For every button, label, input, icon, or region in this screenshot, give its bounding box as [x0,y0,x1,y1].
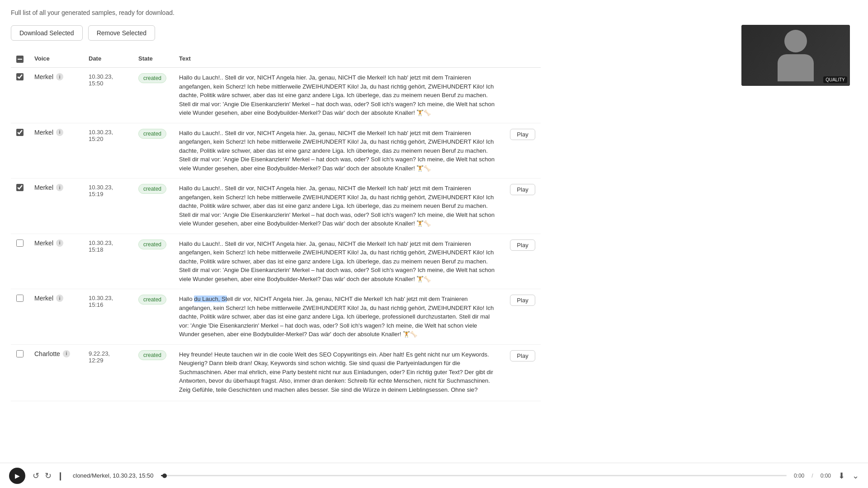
voice-label: Merkel i [34,295,78,302]
row-text: Hallo du Lauch!.. Stell dir vor, NICHT A… [179,239,499,284]
table-row: Merkel i 10.30.23,15:16createdHallo du L… [11,289,541,345]
play-button[interactable]: Play [510,295,535,306]
state-badge: created [138,184,166,194]
play-button[interactable]: Play [510,350,535,361]
video-inner: QUALITY [741,25,850,86]
page-container: Full list of all your generated samples,… [0,0,552,410]
actions-column-header [505,50,541,68]
voice-column-header: Voice [29,50,83,68]
voice-label: Merkel i [34,184,78,191]
row-checkbox-cell[interactable] [11,289,29,345]
row-actions-cell: Play [505,289,541,345]
voice-info-icon[interactable]: i [56,73,63,80]
row-text-cell: Hallo du Lauch!.. Stell dir vor, NICHT A… [174,178,505,234]
voice-name: Merkel [34,239,53,247]
voice-info-icon[interactable]: i [56,295,63,302]
row-text: Hallo du Lauch, Stell dir vor, NICHT Ang… [179,295,499,339]
remove-selected-button[interactable]: Remove Selected [88,25,156,41]
state-badge: created [138,129,166,139]
voice-label: Merkel i [34,239,78,247]
row-date: 10.30.23,15:50 [89,73,127,87]
table-row: Merkel i 10.30.23,15:50createdHallo du L… [11,68,541,123]
table-row: Merkel i 10.30.23,15:20createdHallo du L… [11,123,541,178]
row-voice-cell: Charlotte i [29,344,83,401]
voice-name: Merkel [34,184,53,191]
video-overlay: QUALITY [741,25,850,86]
toolbar: Download Selected Remove Selected [11,25,541,41]
row-checkbox[interactable] [16,73,24,80]
table-row: Merkel i 10.30.23,15:18createdHallo du L… [11,234,541,289]
select-all-header[interactable] [11,50,29,68]
row-date: 10.30.23,15:16 [89,295,127,308]
row-date: 10.30.23,15:20 [89,129,127,142]
state-column-header: State [133,50,174,68]
row-voice-cell: Merkel i [29,178,83,234]
row-actions-cell [505,68,541,123]
row-checkbox[interactable] [16,350,24,357]
voice-name: Merkel [34,295,53,302]
row-checkbox-cell[interactable] [11,68,29,123]
download-selected-button[interactable]: Download Selected [11,25,83,41]
row-date: 10.30.23,15:19 [89,184,127,197]
row-state-cell: created [133,68,174,123]
play-button[interactable]: Play [510,239,535,251]
indeterminate-checkbox[interactable] [16,56,24,63]
voice-name: Charlotte [34,350,60,357]
state-badge: created [138,239,166,249]
voice-info-icon[interactable]: i [56,184,63,191]
row-date-cell: 10.30.23,15:50 [83,68,133,123]
voice-label: Merkel i [34,129,78,136]
row-text-cell: Hallo du Lauch, Stell dir vor, NICHT Ang… [174,289,505,345]
row-text: Hallo du Lauch!.. Stell dir vor, NICHT A… [179,73,499,117]
row-state-cell: created [133,178,174,234]
play-button[interactable]: Play [510,184,535,195]
row-text: Hey freunde! Heute tauchen wir in die co… [179,350,499,395]
row-voice-cell: Merkel i [29,68,83,123]
row-voice-cell: Merkel i [29,123,83,178]
table-header-row: Voice Date State Text [11,50,541,68]
row-state-cell: created [133,344,174,401]
row-date: 9.22.23,12:29 [89,350,127,364]
row-checkbox-cell[interactable] [11,234,29,289]
row-voice-cell: Merkel i [29,289,83,345]
video-quality-badge: QUALITY [823,76,847,83]
row-date: 10.30.23,15:18 [89,239,127,253]
row-date-cell: 10.30.23,15:19 [83,178,133,234]
table-row: Merkel i 10.30.23,15:19createdHallo du L… [11,178,541,234]
row-actions-cell: Play [505,123,541,178]
row-text-cell: Hallo du Lauch!.. Stell dir vor, NICHT A… [174,123,505,178]
row-checkbox-cell[interactable] [11,178,29,234]
row-date-cell: 10.30.23,15:20 [83,123,133,178]
row-actions-cell: Play [505,178,541,234]
voice-name: Merkel [34,73,53,80]
row-text: Hallo du Lauch!.. Stell dir vor, NICHT A… [179,184,499,228]
row-state-cell: created [133,123,174,178]
date-column-header: Date [83,50,133,68]
row-voice-cell: Merkel i [29,234,83,289]
text-highlight: du Lauch, St [194,296,227,302]
state-badge: created [138,295,166,305]
row-date-cell: 10.30.23,15:16 [83,289,133,345]
voice-info-icon[interactable]: i [56,239,63,247]
voice-info-icon[interactable]: i [56,129,63,136]
row-date-cell: 9.22.23,12:29 [83,344,133,401]
row-date-cell: 10.30.23,15:18 [83,234,133,289]
voice-info-icon[interactable]: i [63,350,70,357]
voice-label: Merkel i [34,73,78,80]
play-button[interactable]: Play [510,129,535,140]
row-checkbox[interactable] [16,295,24,302]
text-column-header: Text [174,50,505,68]
row-text-cell: Hey freunde! Heute tauchen wir in die co… [174,344,505,401]
row-checkbox-cell[interactable] [11,344,29,401]
row-text: Hallo du Lauch!.. Stell dir vor, NICHT A… [179,129,499,173]
page-subtitle: Full list of all your generated samples,… [11,9,541,16]
row-state-cell: created [133,234,174,289]
voice-label: Charlotte i [34,350,78,357]
row-checkbox[interactable] [16,239,24,247]
voice-name: Merkel [34,129,53,136]
row-actions-cell: Play [505,344,541,401]
row-checkbox[interactable] [16,129,24,136]
row-checkbox[interactable] [16,184,24,191]
row-state-cell: created [133,289,174,345]
row-checkbox-cell[interactable] [11,123,29,178]
